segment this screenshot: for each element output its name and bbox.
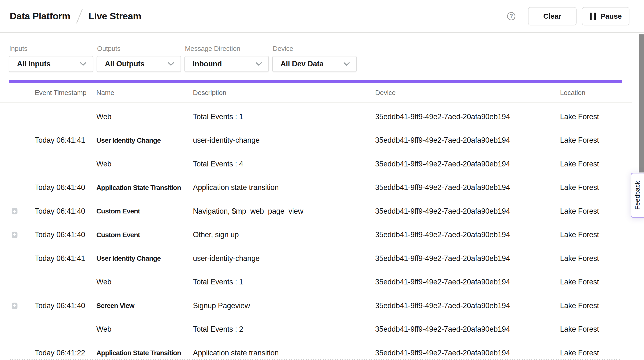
- location-cell: Lake Forest: [560, 349, 632, 357]
- pause-icon: [590, 12, 596, 20]
- device-filter-value: All Dev Data: [280, 60, 324, 68]
- clear-button[interactable]: Clear: [528, 7, 576, 25]
- event-name-cell: Application State Transition: [96, 184, 193, 192]
- location-cell: Lake Forest: [560, 301, 632, 310]
- location-cell: Lake Forest: [560, 325, 632, 334]
- outputs-filter-label: Outputs: [97, 45, 181, 53]
- live-stream-page: Data Platform Live Stream ? Clear Pause …: [0, 0, 644, 360]
- device-cell: 35eddb41-9ff9-49e2-7aed-20afa90eb194: [375, 112, 560, 121]
- events-table-body: Web Total Events : 1 35eddb41-9ff9-49e2-…: [0, 103, 632, 360]
- device-cell: 35eddb41-9ff9-49e2-7aed-20afa90eb194: [375, 301, 560, 310]
- message-direction-filter-value: Inbound: [193, 60, 222, 68]
- feedback-tab[interactable]: Feedback: [631, 173, 644, 218]
- events-table: Event Timestamp Name Description Device …: [0, 83, 632, 360]
- event-timestamp-cell: Today 06:41:41: [35, 254, 96, 263]
- column-header-event-timestamp: Event Timestamp: [35, 89, 96, 97]
- outputs-filter: Outputs All Outputs: [96, 45, 181, 72]
- column-header-device: Device: [375, 89, 560, 97]
- event-description-cell: Total Events : 1: [193, 112, 375, 121]
- inputs-filter: Inputs All Inputs: [9, 45, 93, 72]
- breadcrumb: Data Platform Live Stream: [10, 8, 141, 24]
- location-cell: Lake Forest: [560, 207, 632, 216]
- help-icon[interactable]: ?: [507, 12, 516, 20]
- device-cell: 35eddb41-9ff9-49e2-7aed-20afa90eb194: [375, 230, 560, 239]
- event-timestamp-cell: Today 06:41:40: [35, 183, 96, 192]
- event-row[interactable]: Today 06:41:40 Custom Event Other, sign …: [0, 223, 632, 247]
- device-cell: 35eddb41-9ff9-49e2-7aed-20afa90eb194: [375, 349, 560, 357]
- expand-row-button[interactable]: [12, 208, 18, 214]
- event-name-cell: Custom Event: [96, 231, 193, 239]
- event-row[interactable]: Web Total Events : 2 35eddb41-9ff9-49e2-…: [0, 318, 632, 341]
- event-row[interactable]: Today 06:41:41 User Identity Change user…: [0, 247, 632, 270]
- event-timestamp-cell: Today 06:41:41: [35, 136, 96, 145]
- event-timestamp-cell: Today 06:41:40: [35, 230, 96, 239]
- event-name-cell: Screen View: [96, 302, 193, 310]
- breadcrumb-separator-icon: [76, 9, 83, 23]
- event-row[interactable]: Today 06:41:40 Screen View Signup Pagevi…: [0, 294, 632, 318]
- event-timestamp-cell: Today 06:41:40: [35, 301, 96, 310]
- event-name-cell: Web: [96, 160, 193, 168]
- event-row[interactable]: Today 06:41:40 Custom Event Navigation, …: [0, 199, 632, 223]
- expand-row-button[interactable]: [12, 232, 18, 238]
- page-header: Data Platform Live Stream ? Clear Pause: [0, 0, 644, 33]
- chat-launcher-button[interactable]: [638, 354, 644, 360]
- column-header-description: Description: [193, 89, 375, 97]
- device-cell: 35eddb41-9ff9-49e2-7aed-20afa90eb194: [375, 136, 560, 145]
- event-description-cell: Application state transition: [193, 183, 375, 192]
- event-name-cell: User Identity Change: [96, 136, 193, 144]
- event-row[interactable]: Web Total Events : 1 35eddb41-9ff9-49e2-…: [0, 105, 632, 129]
- outputs-filter-value: All Outputs: [105, 60, 144, 68]
- inputs-filter-select[interactable]: All Inputs: [9, 56, 93, 72]
- event-name-cell: Web: [96, 112, 193, 121]
- event-name-cell: Web: [96, 278, 193, 286]
- event-description-cell: Total Events : 1: [193, 278, 375, 286]
- pause-button-label: Pause: [600, 12, 622, 20]
- event-row[interactable]: Web Total Events : 1 35eddb41-9ff9-49e2-…: [0, 270, 632, 294]
- scrollbar-thumb[interactable]: [639, 34, 644, 173]
- location-cell: Lake Forest: [560, 278, 632, 286]
- message-direction-filter: Message Direction Inbound: [184, 45, 269, 72]
- event-row[interactable]: Today 06:41:22 Application State Transit…: [0, 341, 632, 360]
- inputs-filter-label: Inputs: [9, 45, 93, 53]
- stream-progress-bar: [9, 80, 622, 83]
- event-name-cell: Application State Transition: [96, 349, 193, 357]
- event-name-cell: Custom Event: [96, 207, 193, 215]
- chevron-down-icon: [343, 62, 350, 66]
- event-description-cell: user-identity-change: [193, 136, 375, 145]
- chevron-down-icon: [168, 62, 174, 66]
- filters-bar: Inputs All Inputs Outputs All Outputs Me…: [0, 33, 644, 72]
- device-filter: Device All Dev Data: [272, 45, 357, 72]
- event-description-cell: Application state transition: [193, 349, 375, 357]
- location-cell: Lake Forest: [560, 160, 632, 168]
- device-filter-select[interactable]: All Dev Data: [272, 56, 357, 72]
- breadcrumb-item-data-platform[interactable]: Data Platform: [10, 11, 70, 21]
- event-row[interactable]: Today 06:41:41 User Identity Change user…: [0, 129, 632, 152]
- device-cell: 35eddb41-9ff9-49e2-7aed-20afa90eb194: [375, 254, 560, 263]
- event-timestamp-cell: Today 06:41:22: [35, 349, 96, 357]
- location-cell: Lake Forest: [560, 183, 632, 192]
- location-cell: Lake Forest: [560, 230, 632, 239]
- device-cell: 35eddb41-9ff9-49e2-7aed-20afa90eb194: [375, 207, 560, 216]
- device-cell: 35eddb41-9ff9-49e2-7aed-20afa90eb194: [375, 160, 560, 168]
- event-description-cell: Other, sign up: [193, 230, 375, 239]
- expand-row-button[interactable]: [12, 303, 18, 309]
- location-cell: Lake Forest: [560, 112, 632, 121]
- device-cell: 35eddb41-9ff9-49e2-7aed-20afa90eb194: [375, 278, 560, 286]
- message-direction-filter-select[interactable]: Inbound: [184, 56, 269, 72]
- event-timestamp-cell: Today 06:41:40: [35, 207, 96, 216]
- event-description-cell: Total Events : 4: [193, 160, 375, 168]
- column-header-location: Location: [560, 89, 632, 97]
- event-description-cell: user-identity-change: [193, 254, 375, 263]
- event-row[interactable]: Web Total Events : 4 35eddb41-9ff9-49e2-…: [0, 152, 632, 176]
- event-name-cell: Web: [96, 325, 193, 334]
- device-filter-label: Device: [273, 45, 357, 53]
- event-row[interactable]: Today 06:41:40 Application State Transit…: [0, 176, 632, 200]
- location-cell: Lake Forest: [560, 254, 632, 263]
- pause-button[interactable]: Pause: [582, 7, 630, 25]
- location-cell: Lake Forest: [560, 136, 632, 145]
- header-actions: ? Clear Pause: [507, 7, 630, 25]
- device-cell: 35eddb41-9ff9-49e2-7aed-20afa90eb194: [375, 183, 560, 192]
- events-table-header: Event Timestamp Name Description Device …: [0, 83, 632, 103]
- outputs-filter-select[interactable]: All Outputs: [96, 56, 181, 72]
- event-description-cell: Signup Pageview: [193, 301, 375, 310]
